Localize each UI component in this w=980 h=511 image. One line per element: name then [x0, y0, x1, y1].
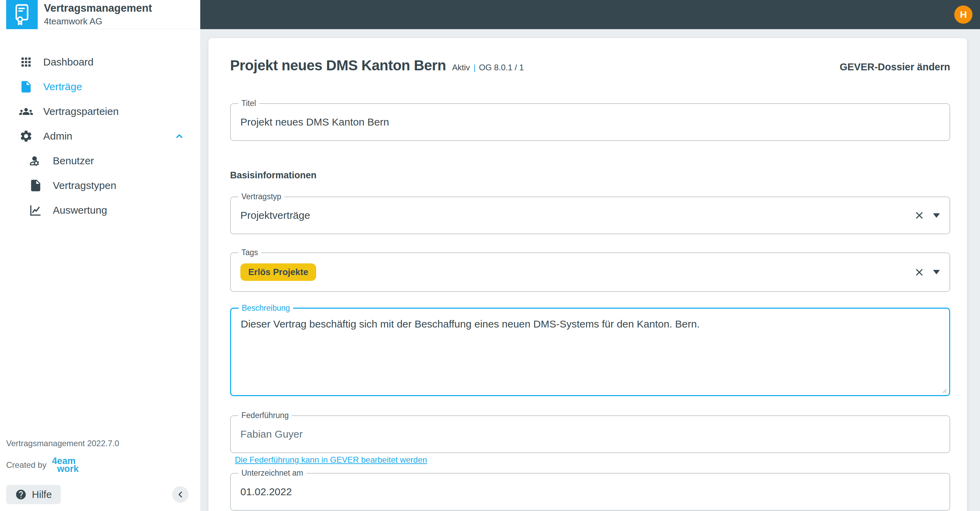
chevron-up-icon[interactable]: [173, 131, 185, 142]
sidebar-item-label: Auswertung: [53, 204, 107, 216]
app-logo: [6, 0, 38, 29]
tags-dropdown-arrow-icon[interactable]: [933, 270, 940, 274]
created-by-label: Created by: [6, 460, 46, 470]
app-brand: Vertragsmanagement 4teamwork AG: [0, 0, 200, 29]
tags-field[interactable]: Tags Erlös Projekte: [230, 252, 950, 292]
vertragstyp-field: Vertragstyp: [230, 196, 950, 234]
sidebar: Dashboard Verträge Vertragsparteien Admi…: [0, 29, 200, 511]
sidebar-item-label: Admin: [43, 131, 72, 142]
sidebar-item-admin[interactable]: Admin: [0, 124, 200, 148]
status-divider: |: [474, 63, 476, 72]
app-root: Vertragsmanagement 4teamwork AG H Dashbo…: [0, 0, 980, 511]
sidebar-item-label: Vertragstypen: [53, 180, 116, 191]
sidebar-item-label: Verträge: [43, 81, 82, 92]
unterzeichnet-am-input[interactable]: [231, 474, 950, 510]
sidebar-footer-row: Hilfe: [6, 485, 200, 504]
created-by: Created by 4eam work: [6, 457, 200, 474]
sidebar-item-dashboard[interactable]: Dashboard: [0, 50, 200, 75]
vertragstyp-clear-icon[interactable]: [914, 210, 925, 221]
textarea-resize-handle[interactable]: [941, 387, 947, 393]
sidebar-nav: Dashboard Verträge Vertragsparteien Admi…: [0, 29, 200, 223]
tags-clear-icon[interactable]: [914, 267, 925, 278]
title-row: Projekt neues DMS Kanton Bern Aktiv | OG…: [230, 38, 950, 74]
app-title: Vertragsmanagement: [44, 2, 152, 14]
tags-label: Tags: [238, 248, 261, 258]
status-badge: Aktiv: [452, 63, 470, 72]
user-gear-icon: [29, 154, 43, 168]
contract-status: Aktiv | OG 8.0.1 / 1: [452, 63, 524, 72]
sidebar-item-vertragstypen[interactable]: Vertragstypen: [0, 173, 200, 198]
titel-label: Titel: [238, 99, 259, 108]
grid-icon: [19, 55, 33, 69]
contract-detail-card: Projekt neues DMS Kanton Bern Aktiv | OG…: [208, 38, 967, 511]
tags-field-icons: [914, 267, 940, 278]
sidebar-item-label: Vertragsparteien: [43, 106, 119, 117]
top-header: Vertragsmanagement 4teamwork AG H: [0, 0, 980, 29]
app-version: Vertragsmanagement 2022.7.0: [6, 439, 200, 448]
vertragstyp-field-icons: [914, 210, 940, 221]
vertragstyp-input[interactable]: [231, 197, 950, 234]
help-icon: [15, 489, 27, 500]
federfuehrung-field: Federführung: [230, 415, 950, 453]
document-icon: [29, 179, 43, 193]
federfuehrung-label: Federführung: [238, 411, 292, 420]
people-icon: [19, 105, 33, 118]
header-bar: H: [200, 0, 980, 29]
beschreibung-label: Beschreibung: [239, 304, 293, 313]
tag-chip-erloes-projekte[interactable]: Erlös Projekte: [240, 263, 316, 281]
collapse-sidebar-button[interactable]: [172, 486, 189, 503]
document-icon: [19, 80, 33, 94]
federfuehrung-input[interactable]: [231, 416, 950, 452]
vertragstyp-label: Vertragstyp: [238, 192, 284, 202]
titel-input[interactable]: [231, 104, 950, 140]
chevron-left-icon: [175, 489, 186, 500]
help-button[interactable]: Hilfe: [6, 485, 61, 504]
sidebar-item-vertraege[interactable]: Verträge: [0, 75, 200, 99]
main-area: Projekt neues DMS Kanton Bern Aktiv | OG…: [200, 29, 980, 511]
sidebar-item-auswertung[interactable]: Auswertung: [0, 198, 200, 223]
4teamwork-logo: 4eam work: [52, 457, 78, 474]
unterzeichnet-am-field: Unterzeichnet am: [230, 473, 950, 511]
sidebar-item-label: Benutzer: [53, 155, 94, 167]
titel-field: Titel: [230, 103, 950, 141]
chart-icon: [29, 203, 43, 217]
brand-text: Vertragsmanagement 4teamwork AG: [44, 2, 152, 27]
sidebar-item-label: Dashboard: [43, 56, 94, 68]
unterzeichnet-am-label: Unterzeichnet am: [238, 468, 306, 478]
user-avatar[interactable]: H: [954, 5, 972, 24]
section-heading-basisinformationen: Basisinformationen: [230, 170, 950, 181]
vertragstyp-dropdown-arrow-icon[interactable]: [933, 213, 940, 218]
4teamwork-logo-line2: work: [57, 465, 78, 473]
dossier-reference: OG 8.0.1 / 1: [479, 63, 524, 72]
app-subtitle: 4teamwork AG: [44, 16, 152, 27]
help-button-label: Hilfe: [32, 489, 52, 500]
beschreibung-textarea[interactable]: Dieser Vertrag beschäftig sich mit der B…: [231, 309, 949, 395]
sidebar-item-vertragsparteien[interactable]: Vertragsparteien: [0, 99, 200, 124]
sidebar-footer: Vertragsmanagement 2022.7.0 Created by 4…: [0, 439, 200, 511]
gever-dossier-change-button[interactable]: GEVER-Dossier ändern: [840, 61, 950, 73]
beschreibung-field: Beschreibung Dieser Vertrag beschäftig s…: [230, 308, 950, 396]
sidebar-item-benutzer[interactable]: Benutzer: [0, 148, 200, 173]
page-title: Projekt neues DMS Kanton Bern: [230, 57, 446, 74]
contract-document-icon: [12, 3, 32, 26]
gear-icon: [19, 129, 33, 143]
gever-edit-link[interactable]: Die Federführung kann in GEVER bearbeite…: [235, 455, 427, 465]
